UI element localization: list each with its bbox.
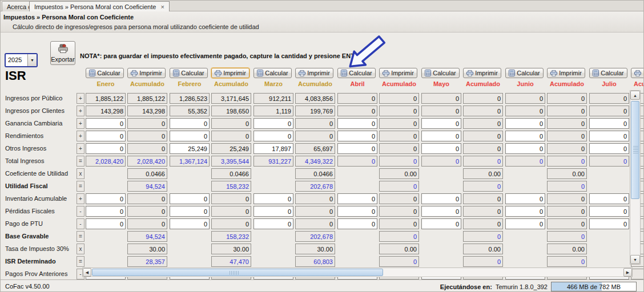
printer-icon [299,70,305,76]
grid-cell[interactable]: 0 [421,193,461,204]
grid-cell: 0 [295,218,335,229]
grid-cell[interactable]: 0 [421,118,461,129]
grid-cell[interactable]: 0 [505,131,545,141]
scroll-left-icon[interactable]: ◀ [83,268,91,277]
grid-cell[interactable]: 0 [421,206,461,217]
grid-cell: 1,119 [253,106,293,116]
grid-cell[interactable]: 0 [170,218,210,229]
imprimir-button-junio[interactable]: Imprimir [547,68,585,78]
row-label: Pagos Prov Anteriores [5,269,75,279]
grid-cell[interactable]: 0 [589,118,629,129]
button-label: Calcular [517,70,540,76]
grid-cell[interactable]: 0 [505,118,545,129]
grid-cell[interactable]: 0 [337,118,377,129]
grid-cell[interactable]: 0 [337,193,377,204]
calcular-button-febrero[interactable]: Calcular [170,68,208,78]
scroll-down-icon[interactable]: ▼ [630,255,640,264]
imprimir-button-enero[interactable]: Imprimir [127,68,166,78]
imprimir-button-febrero[interactable]: Imprimir [211,68,249,78]
scroll-right-icon[interactable]: ▶ [623,268,632,277]
grid-cell[interactable]: 0 [421,131,461,141]
grid-cell[interactable]: 0 [505,143,545,154]
grid-cell[interactable]: 0 [337,206,377,217]
grid-cell: 94,524 [127,181,167,192]
grid-cell: 30.00 [295,244,335,254]
grid-cell: 0 [463,231,503,242]
grid-cell[interactable]: 0 [86,143,126,154]
calcular-button-enero[interactable]: Calcular [86,68,124,78]
grid-cell[interactable]: 0 [170,206,210,217]
grid-cell[interactable]: 0 [589,131,629,141]
combo-arrow-icon[interactable]: ▼ [27,54,37,66]
grid-cell[interactable]: 0 [589,143,629,154]
grid-cell[interactable]: 0 [253,206,293,217]
content-area: 2025 ▼ Exportar NOTA*: para guardar el i… [1,1,643,291]
grid-cell: 0 [463,131,503,141]
tab-label: Impuestos » Persona Moral con Coeficient… [34,3,156,10]
grid-cell[interactable]: 0 [86,131,126,141]
grid-cell: 0 [463,193,503,204]
grid-cell[interactable]: 0 [505,218,545,229]
grid-cell[interactable]: 0 [589,206,629,217]
grid-cell[interactable]: 0 [253,131,293,141]
grid-cell[interactable]: 0 [86,218,126,229]
horizontal-scrollbar-thumb[interactable] [92,269,383,276]
export-button[interactable]: Exportar [50,41,75,65]
grid-cell[interactable]: 0 [337,218,377,229]
grid-cell: 0 [337,93,377,104]
grid-cell[interactable]: 0 [170,118,210,129]
grid-cell[interactable]: 0 [253,118,293,129]
grid-cell[interactable]: 0 [86,206,126,217]
calculator-icon [89,70,95,76]
grid-cell[interactable]: 0 [337,131,377,141]
grid-cell[interactable]: 0 [253,218,293,229]
grid-cell[interactable]: 0 [253,193,293,204]
calcular-button-junio[interactable]: Calcular [505,68,544,78]
grid-cell: 1,885,122 [86,93,126,104]
imprimir-button-marzo[interactable]: Imprimir [295,68,333,78]
grid-cell: 199,769 [295,106,335,116]
calcular-button-julio[interactable]: Calcular [589,68,627,78]
year-select[interactable]: 2025 ▼ [5,53,38,67]
runtime-status: Ejecutándose en: Temurin 1.8.0_392 466 M… [440,282,637,291]
imprimir-button-mayo[interactable]: Imprimir [463,68,501,78]
grid-cell[interactable]: 17,897 [253,143,293,154]
printer-icon [215,70,222,76]
grid-cell: 931,227 [253,156,293,167]
grid-cell[interactable]: 0 [421,143,461,154]
grid-cell: 0 [295,193,335,204]
imprimir-button-julio[interactable]: Imprimir [631,68,643,78]
grid-cell[interactable]: 0 [505,206,545,217]
calcular-button-mayo[interactable]: Calcular [421,68,460,78]
vertical-scrollbar-thumb[interactable] [631,101,639,199]
printer-icon [634,70,641,76]
tab-impuestos-persona-moral[interactable]: Impuestos » Persona Moral con Coeficient… [29,1,170,11]
grid-cell[interactable]: 0 [505,193,545,204]
grid-cell: 0 [379,143,419,154]
grid-cell: 0 [463,156,503,167]
grid-cell[interactable]: 0 [170,131,210,141]
grid-cell: 0 [379,218,419,229]
close-icon[interactable]: × [160,4,164,10]
vertical-scrollbar[interactable]: ▲ ▼ [630,90,641,265]
scroll-up-icon[interactable]: ▲ [630,91,640,100]
row-label: ISR Determinado [5,256,75,267]
grid-cell[interactable]: 0 [337,143,377,154]
grid-cell[interactable]: 25,249 [170,143,210,154]
grid-cell: 4,349,322 [295,156,335,167]
grid-cell: 0 [505,93,545,104]
row-operator: = [77,156,84,167]
grid-cell: 0 [547,118,587,129]
grid-cell: 0 [211,206,251,217]
grid-cell[interactable]: 0 [86,193,126,204]
grid-cell: 143,298 [86,106,126,116]
grid-cell[interactable]: 0 [421,218,461,229]
grid-cell[interactable]: 0 [589,218,629,229]
horizontal-scrollbar[interactable]: ◀ ▶ [82,267,633,277]
grid-cell[interactable]: 0 [86,118,126,129]
grid-cell[interactable]: 0 [170,193,210,204]
calcular-button-marzo[interactable]: Calcular [253,68,292,78]
grid-cell: 0.00 [463,168,503,179]
grid-cell[interactable]: 0 [589,193,629,204]
grid-cell: 202,678 [295,181,335,192]
